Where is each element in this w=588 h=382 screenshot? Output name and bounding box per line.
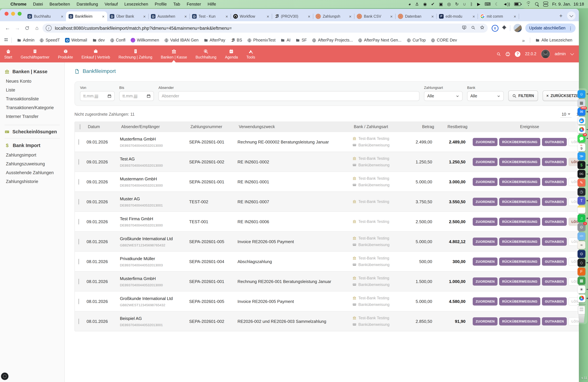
menubar-item-chrome[interactable]: Chrome — [7, 2, 30, 6]
coffee-icon[interactable]: ∪ — [463, 2, 466, 6]
site-info-icon[interactable]: i — [46, 25, 52, 31]
assign-button[interactable]: ZUORDNEN — [473, 297, 498, 305]
row-checkbox[interactable] — [78, 239, 79, 244]
dock-box-3d[interactable]: ◇ — [578, 259, 585, 267]
credit-button[interactable]: GUTHABEN — [542, 158, 567, 166]
assign-button[interactable]: ZUORDNEN — [473, 197, 498, 206]
browser-tab[interactable]: DBankfileim× — [66, 11, 107, 21]
tab-close-icon[interactable]: × — [267, 14, 269, 19]
assign-button[interactable]: ZUORDNEN — [473, 178, 498, 186]
dock-vscode[interactable]: ≫ — [578, 152, 585, 160]
window-controls[interactable] — [2, 9, 25, 21]
browser-tab[interactable]: Datenban× — [395, 11, 436, 21]
bookmark-willkommen[interactable]: Willkommen — [128, 37, 162, 43]
tab-close-icon[interactable]: × — [514, 14, 516, 19]
bookmark-phoenixtest[interactable]: PhoenixTest — [245, 37, 278, 43]
screen-capture-icon[interactable]: ▣ — [439, 2, 443, 6]
date-from-input[interactable]: tt.mm.jjjj — [80, 91, 115, 101]
calendar-input-icon[interactable] — [147, 94, 151, 98]
url-text[interactable]: localhost:8080/custom/bankfileimport/mat… — [55, 26, 457, 31]
credit-button[interactable]: GUTHABEN — [542, 237, 567, 246]
menubar-item-darstellung[interactable]: Darstellung — [73, 2, 102, 6]
erp-help-icon[interactable]: ? — [515, 51, 520, 57]
sidebar-item-ausstehende-zahlungen[interactable]: Ausstehende Zahlungen — [5, 168, 64, 177]
apps-grid-icon[interactable] — [4, 38, 8, 43]
face-id-icon[interactable]: ◉ — [423, 2, 427, 6]
profile-avatar[interactable] — [514, 24, 522, 32]
credit-button[interactable]: GUTHABEN — [542, 138, 567, 146]
credit-button[interactable]: GUTHABEN — [542, 257, 567, 266]
zahlungsart-select[interactable]: Alle — [424, 91, 462, 101]
moon-icon[interactable]: ☾ — [495, 2, 499, 6]
keyboard-icon[interactable]: ⌨ — [485, 2, 491, 6]
battery-icon[interactable] — [514, 2, 522, 6]
bookmark-afterpay[interactable]: AfterPay — [201, 37, 228, 43]
tab-close-icon[interactable]: × — [226, 14, 228, 19]
row-checkbox[interactable] — [78, 199, 79, 204]
erp-user-name[interactable]: admin — [555, 52, 566, 56]
bookmarks-overflow-button[interactable]: » — [519, 37, 527, 43]
tab-close-icon[interactable]: × — [473, 14, 475, 19]
dock-pen-tool[interactable]: ✎ — [578, 179, 585, 187]
credit-button[interactable]: GUTHABEN — [542, 217, 567, 226]
sidebar-item-zahlungshistorie[interactable]: Zahlungshistorie — [5, 177, 64, 186]
credit-button[interactable]: GUTHABEN — [542, 197, 567, 206]
tab-search-button[interactable] — [567, 11, 576, 20]
bookmark-sf[interactable]: SF — [293, 37, 309, 43]
assign-button[interactable]: ZUORDNEN — [473, 257, 498, 266]
browser-tab[interactable]: Bank CSV× — [354, 11, 395, 21]
nav-item-geschäftspartner[interactable]: Geschäftspartner — [17, 45, 54, 63]
bank-select[interactable]: Alle — [467, 91, 504, 101]
bookmark-confl[interactable]: Confl — [107, 37, 128, 43]
menubar-item-fenster[interactable]: Fenster — [183, 2, 204, 6]
sidebar-section-2[interactable]: $Bank Import — [5, 143, 64, 148]
nav-item-produkte[interactable]: Produkte — [54, 45, 77, 63]
menubar-item-verlauf[interactable]: Verlauf — [101, 2, 121, 6]
nav-item-agenda[interactable]: Agenda — [221, 45, 242, 63]
onepassword-extension-icon[interactable]: 0 — [492, 25, 499, 32]
update-chrome-button[interactable]: Update abschließen ⋮ — [525, 23, 576, 33]
address-bar[interactable]: i localhost:8080/custom/bankfileimport/m… — [42, 23, 488, 33]
browser-tab[interactable]: DAusstehen× — [148, 11, 189, 21]
bookmark-afterpay-next-gen-[interactable]: AfterPay Next Gen... — [356, 37, 404, 43]
sidebar-item-neues-konto[interactable]: Neues Konto — [5, 77, 64, 85]
sidebar-item-liste[interactable]: Liste — [5, 85, 64, 94]
bookmark-afterpay-projects-[interactable]: AfterPay Projects... — [309, 37, 356, 43]
dock-trash[interactable] — [578, 314, 585, 323]
assign-button[interactable]: ZUORDNEN — [473, 277, 498, 285]
dock-notes[interactable] — [578, 206, 585, 213]
browser-tab[interactable]: Workflow× — [231, 11, 272, 21]
bookmark-curtop[interactable]: CurTop — [404, 37, 428, 43]
row-checkbox[interactable] — [78, 219, 79, 224]
refund-button[interactable]: RÜCKÜBERWEISUNG — [499, 178, 541, 186]
zoom-window-button[interactable] — [18, 12, 21, 16]
bluetooth-icon[interactable]: ᛒ — [470, 2, 473, 6]
tab-close-icon[interactable]: × — [102, 14, 105, 19]
sidebar-section-0[interactable]: Banken | Kasse — [5, 69, 64, 74]
dock-mail[interactable]: ✉3662 — [578, 108, 585, 116]
dock-settings[interactable]: ⊙1 — [578, 223, 585, 231]
tab-close-icon[interactable]: × — [431, 14, 434, 19]
row-checkbox[interactable] — [78, 318, 79, 324]
bookmark-star-icon[interactable] — [480, 25, 484, 31]
menubar-clock[interactable]: Fr. 9. Jan. 16:18 — [552, 2, 584, 6]
nav-item-tools[interactable]: Tools — [242, 45, 260, 63]
refund-button[interactable]: RÜCKÜBERWEISUNG — [499, 158, 541, 166]
tab-close-icon[interactable]: × — [61, 14, 63, 19]
row-checkbox[interactable] — [78, 139, 79, 145]
credit-button[interactable]: GUTHABEN — [542, 277, 567, 285]
tab-close-icon[interactable]: × — [184, 14, 187, 19]
refund-button[interactable]: RÜCKÜBERWEISUNG — [499, 317, 541, 325]
filter-button[interactable]: FILTERN — [508, 90, 538, 101]
app-swirl-icon[interactable]: ◕ — [408, 2, 411, 6]
browser-tab[interactable]: Pedit-modu× — [436, 11, 478, 21]
reload-button[interactable] — [23, 24, 31, 32]
all-bookmarks-button[interactable]: Alle Lesezeichen — [533, 37, 575, 43]
refund-button[interactable]: RÜCKÜBERWEISUNG — [499, 138, 541, 146]
menubar-item-hilfe[interactable]: Hilfe — [204, 2, 219, 6]
dock-datagrip[interactable]: DG — [578, 170, 585, 178]
credit-button[interactable]: GUTHABEN — [542, 178, 567, 186]
refund-button[interactable]: RÜCKÜBERWEISUNG — [499, 217, 541, 226]
row-checkbox[interactable] — [78, 159, 79, 165]
assign-button[interactable]: ZUORDNEN — [473, 138, 498, 146]
